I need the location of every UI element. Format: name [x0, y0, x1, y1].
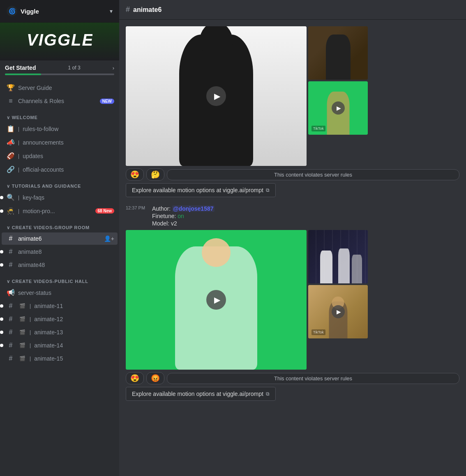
media-thumb-1a[interactable] — [308, 26, 368, 80]
server-name: Viggle — [21, 8, 39, 15]
section-label-welcome: ∨ WELCOME — [0, 108, 119, 122]
media-side-2: ▶ TikTok — [308, 230, 368, 370]
sidebar-item-server-guide[interactable]: 🏆 Server Guide — [2, 81, 118, 94]
reaction-btn-think-1[interactable]: 🤔 — [146, 168, 164, 181]
messages-area[interactable]: ▶ ▶ — [119, 20, 466, 476]
updates-icon: 🏈 — [7, 152, 15, 160]
sidebar-item-key-faqs[interactable]: 🔍 | key-faqs — [2, 191, 118, 204]
external-link-icon-2: ⧉ — [266, 391, 270, 397]
unread-dot — [0, 317, 3, 321]
sidebar-item-updates[interactable]: 🏈 | updates — [2, 149, 118, 162]
author-prefix-2: Author: — [152, 205, 171, 212]
sidebar-item-animate-12[interactable]: # 🎬 | animate-12 — [2, 313, 118, 325]
sidebar-item-animate48[interactable]: # animate48 — [2, 259, 118, 271]
reaction-btn-love-2[interactable]: 😍 — [126, 372, 144, 384]
server-header[interactable]: 🌀 Viggle ▾ — [0, 0, 119, 23]
add-member-icon[interactable]: 👤+ — [104, 235, 114, 242]
channel-header: # animate6 — [119, 0, 466, 20]
violates-btn-1[interactable]: This content violates server rules — [167, 169, 459, 180]
unread-dot — [0, 331, 3, 334]
viggle-banner: VIGGLE — [0, 23, 119, 60]
channel-hash-official: | — [18, 167, 19, 172]
tiktok-watermark-2b: TikTok — [311, 329, 325, 335]
sidebar-item-announcements[interactable]: 📣 | announcements — [2, 136, 118, 149]
pipe: | — [30, 316, 31, 322]
animate12-hash: # — [7, 315, 15, 323]
sidebar-item-label: updates — [23, 153, 114, 159]
main-video-1[interactable]: ▶ — [126, 26, 307, 166]
main-video-2[interactable]: ▶ — [126, 230, 307, 370]
play-button-thumb-2b[interactable]: ▶ — [332, 305, 345, 318]
channel-header-hash: # — [126, 5, 130, 14]
sidebar-item-animate-11[interactable]: # 🎬 | animate-11 — [2, 300, 118, 312]
pipe: | — [30, 303, 31, 309]
explore-btn-1[interactable]: Explore available motion options at vigg… — [126, 183, 276, 197]
play-button-1[interactable]: ▶ — [206, 86, 226, 106]
motion-pro-icon: 🥷 — [7, 207, 15, 215]
sidebar-item-official-accounts[interactable]: 🔗 | official-accounts — [2, 163, 118, 176]
explore-container-1: Explore available motion options at vigg… — [126, 183, 459, 197]
sidebar-item-label: animate-12 — [34, 316, 114, 322]
sidebar-item-label: Channels & Roles — [18, 98, 97, 104]
sidebar-item-animate-15[interactable]: # 🎬 | animate-15 — [2, 352, 118, 365]
sidebar-item-label: animate8 — [18, 248, 114, 255]
pipe: | — [30, 343, 31, 348]
message-content-2: Author: @donjose1587 Finetune: on Model:… — [152, 205, 215, 228]
announcements-icon: 📣 — [7, 138, 15, 146]
sidebar-item-motion-pro[interactable]: 🥷 | motion-pro... 68 New — [2, 205, 118, 217]
sidebar-item-label: rules-to-follow — [23, 126, 114, 132]
sidebar-item-label: motion-pro... — [23, 208, 92, 214]
finetune-prefix-2: Finetune: — [152, 213, 176, 219]
tiktok-watermark-1b: TikTok — [311, 126, 325, 131]
pipe: | — [30, 356, 31, 361]
sidebar-item-animate8[interactable]: # animate8 — [2, 246, 118, 258]
reaction-btn-love-1[interactable]: 😍 — [126, 168, 144, 181]
model-value-2: v2 — [171, 220, 177, 227]
explore-btn-2[interactable]: Explore available motion options at vigg… — [126, 387, 276, 401]
viggle-logo: VIGGLE — [27, 30, 92, 52]
unread-dot — [0, 196, 3, 199]
sidebar-item-animate-14[interactable]: # 🎬 | animate-14 — [2, 339, 118, 352]
play-icon-2: ▶ — [214, 295, 220, 305]
play-button-thumb-1b[interactable]: ▶ — [332, 101, 345, 115]
violates-btn-2[interactable]: This content violates server rules — [167, 373, 459, 384]
thumb-bg-2a — [308, 230, 368, 283]
sidebar-item-animate6[interactable]: # animate6 👤+ — [2, 232, 118, 245]
unread-badge: 68 New — [95, 208, 114, 214]
reaction-row-1: 😍 🤔 This content violates server rules — [126, 168, 459, 181]
media-thumb-2a[interactable] — [308, 230, 368, 283]
main-content: # animate6 ▶ — [119, 0, 466, 476]
sidebar-item-label: animate-13 — [34, 329, 114, 336]
unread-dot — [0, 304, 3, 308]
sidebar-item-label: animate-15 — [34, 355, 114, 362]
light-bars — [308, 230, 368, 283]
unread-dot — [0, 209, 3, 213]
sidebar-item-rules-to-follow[interactable]: 📋 | rules-to-follow — [2, 122, 118, 135]
channel-hash-updates: | — [18, 153, 19, 159]
server-dropdown-icon: ▾ — [110, 8, 113, 14]
animate11-hash: # — [7, 302, 15, 310]
sidebar-item-channels-roles[interactable]: ≡ Channels & Roles NEW — [2, 95, 118, 107]
unread-dot — [0, 344, 3, 347]
media-thumb-1b[interactable]: ▶ TikTok — [308, 81, 368, 135]
progress-bar-bg — [5, 74, 114, 75]
message-meta-2: 12:37 PM Author: @donjose1587 Finetune: … — [126, 205, 459, 228]
sidebar-item-label: server-status — [18, 290, 114, 296]
animate15-hash: # — [7, 355, 15, 362]
media-thumb-2b[interactable]: ▶ TikTok — [308, 285, 368, 338]
sidebar-item-label: key-faqs — [23, 194, 114, 201]
reaction-btn-angry-2[interactable]: 😡 — [146, 372, 164, 384]
author-mention-2[interactable]: @donjose1587 — [172, 205, 214, 212]
get-started-chevron[interactable]: › — [113, 65, 114, 71]
thumb-bg-1a — [308, 26, 368, 80]
animate12-film: 🎬 — [18, 316, 26, 322]
animate14-hash: # — [7, 342, 15, 349]
finetune-value-2: on — [178, 213, 184, 219]
play-button-2[interactable]: ▶ — [206, 290, 226, 310]
sidebar-item-animate-13[interactable]: # 🎬 | animate-13 — [2, 326, 118, 338]
thumb-bg-1b: ▶ TikTok — [308, 81, 368, 135]
new-badge: NEW — [100, 99, 114, 104]
message-block-2: 12:37 PM Author: @donjose1587 Finetune: … — [126, 205, 459, 401]
get-started-title: Get Started — [5, 64, 36, 71]
sidebar-item-server-status[interactable]: 📢 server-status — [2, 286, 118, 299]
